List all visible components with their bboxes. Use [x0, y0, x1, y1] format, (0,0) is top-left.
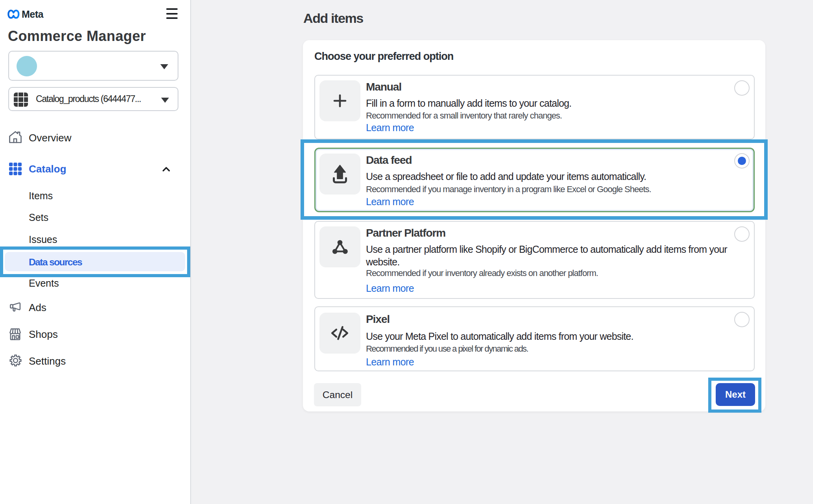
svg-text:Meta: Meta [22, 9, 44, 20]
